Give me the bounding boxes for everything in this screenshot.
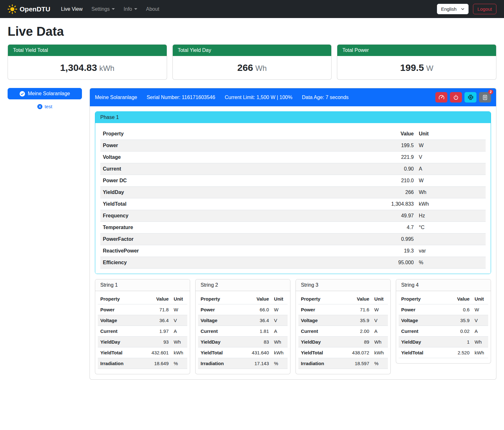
col-header-property: Property <box>399 294 443 304</box>
event-count-badge: 2 <box>488 90 493 94</box>
string-2-body: Property Value Unit Power66.0WVoltage36.… <box>196 291 290 374</box>
row-value: 0.90 <box>289 163 416 175</box>
row-value: 2.520 <box>443 347 472 358</box>
brand[interactable]: OpenDTU <box>8 4 50 14</box>
row-unit: V <box>372 315 388 326</box>
table-row: Frequency49.97Hz <box>100 210 486 222</box>
string-4-body: Property Value Unit Power0.6WVoltage35.9… <box>396 291 491 363</box>
row-value: 221.9 <box>289 152 416 163</box>
row-property: YieldDay <box>198 337 239 347</box>
row-property: PowerFactor <box>100 234 289 245</box>
col-header-unit: Unit <box>271 294 288 304</box>
row-value: 1 <box>443 337 472 347</box>
row-unit: W <box>372 304 388 315</box>
row-property: Voltage <box>298 315 339 326</box>
row-property: ReactivePower <box>100 245 289 257</box>
row-value: 432.601 <box>139 347 171 358</box>
row-property: Voltage <box>198 315 239 326</box>
nav-about[interactable]: About <box>142 4 163 15</box>
nav-settings[interactable]: Settings <box>88 4 119 15</box>
col-header-value: Value <box>443 294 472 304</box>
top-navbar: OpenDTU Live View Settings Info About En… <box>0 0 504 18</box>
row-property: YieldTotal <box>399 347 443 358</box>
row-unit: W <box>472 304 488 315</box>
table-row: Voltage36.4V <box>198 315 288 326</box>
nav-live-view[interactable]: Live View <box>57 4 86 15</box>
row-value: 18.597 <box>339 358 372 369</box>
sidebar-item-meine-solaranlage[interactable]: Meine Solaranlage <box>8 88 82 99</box>
table-header-row: Property Value Unit <box>98 294 187 304</box>
row-property: Power <box>100 140 289 152</box>
table-row: Irradiation18.597% <box>298 358 388 369</box>
row-unit: A <box>416 163 486 175</box>
table-row: Temperature4.7°C <box>100 222 486 234</box>
string-4-table: Property Value Unit Power0.6WVoltage35.9… <box>399 294 488 358</box>
string-1-card: String 1 Property Value Unit <box>95 279 190 374</box>
nav-about-label: About <box>146 6 159 12</box>
event-log-button[interactable]: 2 <box>479 92 491 103</box>
row-unit: % <box>416 257 486 269</box>
row-property: YieldDay <box>100 187 289 198</box>
row-value: 49.97 <box>289 210 416 222</box>
row-value: 71.6 <box>339 304 372 315</box>
journal-list-icon <box>482 95 488 100</box>
cpu-icon <box>468 94 474 100</box>
row-value: 36.4 <box>239 315 271 326</box>
row-property: Power <box>399 304 443 315</box>
card-header: Total Power <box>337 45 496 56</box>
string-1-header: String 1 <box>95 279 190 291</box>
nav-info[interactable]: Info <box>120 4 141 15</box>
row-unit: V <box>271 315 288 326</box>
row-value: 83 <box>239 337 271 347</box>
row-unit: Wh <box>171 337 187 347</box>
col-header-value: Value <box>339 294 372 304</box>
device-info-button[interactable] <box>464 92 476 103</box>
string-2-card: String 2 Property Value Unit <box>195 279 290 374</box>
table-row: Current0.90A <box>100 163 486 175</box>
row-unit: A <box>271 326 288 337</box>
row-property: Irradiation <box>198 358 239 369</box>
dropdown-caret-icon <box>112 8 115 10</box>
row-property: Current <box>298 326 339 337</box>
summary-cards-row: Total Yield Total 1,304.83kWh Total Yiel… <box>8 44 496 80</box>
inverter-panel-body: Phase 1 Property Value Unit Power199.5WV… <box>90 106 496 379</box>
language-select[interactable]: English <box>437 4 469 14</box>
page-container: Live Data Total Yield Total 1,304.83kWh … <box>0 24 504 389</box>
inverter-name: Meine Solaranlage <box>95 95 137 100</box>
row-property: YieldDay <box>399 337 443 347</box>
card-total-power: Total Power 199.5W <box>337 44 496 80</box>
table-row: YieldDay83Wh <box>198 337 288 347</box>
total-yield-total-unit: kWh <box>99 64 115 72</box>
col-header-unit: Unit <box>372 294 388 304</box>
sidebar-item-test[interactable]: test <box>8 104 82 109</box>
limit-settings-button[interactable] <box>435 92 447 103</box>
row-property: YieldTotal <box>98 347 139 358</box>
row-property: Current <box>198 326 239 337</box>
row-property: YieldDay <box>98 337 139 347</box>
row-property: YieldTotal <box>198 347 239 358</box>
row-value: 438.072 <box>339 347 372 358</box>
row-property: Current <box>98 326 139 337</box>
row-property: Current <box>399 326 443 337</box>
row-property: Irradiation <box>298 358 339 369</box>
row-value: 93 <box>139 337 171 347</box>
row-unit: % <box>271 358 288 369</box>
string-3-header: String 3 <box>296 279 390 291</box>
table-header-row: Property Value Unit <box>298 294 388 304</box>
total-yield-day-value: 266 <box>237 62 253 73</box>
row-value: 19.3 <box>289 245 416 257</box>
sun-logo-icon <box>8 4 17 14</box>
table-row: YieldDay93Wh <box>98 337 187 347</box>
row-value: 4.7 <box>289 222 416 234</box>
nav-settings-label: Settings <box>91 6 110 12</box>
row-unit: V <box>472 315 488 326</box>
row-unit: W <box>416 140 486 152</box>
phase-1-header: Phase 1 <box>95 112 491 123</box>
table-row: ReactivePower19.3var <box>100 245 486 257</box>
string-3-table: Property Value Unit Power71.6WVoltage35.… <box>298 294 388 369</box>
total-power-value: 199.5 <box>400 62 424 73</box>
power-button[interactable] <box>450 92 462 103</box>
page-title: Live Data <box>8 24 496 39</box>
inverter-sidebar: Meine Solaranlage test <box>8 88 82 109</box>
logout-button[interactable]: Logout <box>473 4 496 14</box>
